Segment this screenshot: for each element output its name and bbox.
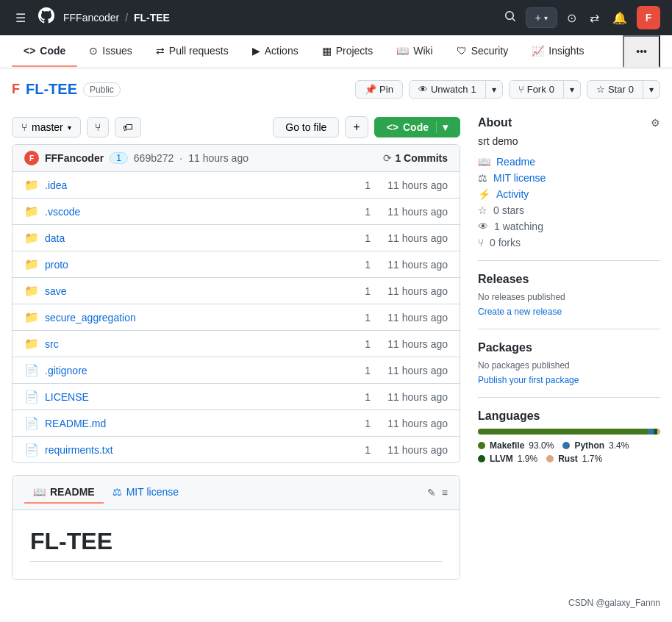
- star-icon: ☆: [478, 204, 487, 216]
- language-bar: [478, 429, 660, 435]
- publish-package-link[interactable]: Publish your first package: [478, 375, 579, 385]
- nav-item-wiki[interactable]: 📖 Wiki: [385, 36, 444, 67]
- file-icon: 📄: [24, 390, 36, 404]
- nav-item-insights[interactable]: 📈 Insights: [520, 36, 596, 67]
- about-section: About ⚙ srt demo 📖 Readme ⚖ MIT license …: [478, 116, 660, 249]
- commits-link[interactable]: 1 Commits: [395, 152, 448, 164]
- insights-icon: 📈: [532, 45, 544, 57]
- file-icon: 📄: [24, 443, 36, 457]
- readme-tabs: 📖 README ⚖ MIT license: [24, 482, 187, 504]
- releases-section: Releases No releases published Create a …: [478, 273, 660, 317]
- file-icon: 📄: [24, 416, 36, 430]
- file-icon: 📄: [24, 363, 36, 377]
- language-item[interactable]: Python 3.4%: [562, 440, 629, 451]
- file-name-link[interactable]: data: [45, 232, 348, 244]
- nav-item-issues[interactable]: ⊙ Issues: [77, 36, 143, 67]
- readme-body: FL-TEE: [12, 510, 460, 579]
- file-name-link[interactable]: secure_aggregation: [45, 312, 348, 323]
- committer-avatar: F: [24, 151, 39, 165]
- unwatch-button[interactable]: 👁 Unwatch 1: [410, 81, 485, 98]
- star-dropdown[interactable]: ▾: [643, 81, 660, 98]
- language-item[interactable]: LLVM 1.9%: [478, 454, 537, 464]
- menu-button[interactable]: ☰: [12, 7, 29, 29]
- file-name-link[interactable]: .idea: [45, 179, 348, 191]
- forks-count[interactable]: ⑂ 0 forks: [478, 237, 660, 249]
- lang-name: LLVM: [490, 454, 513, 464]
- file-commit-time: 11 hours ago: [387, 206, 448, 218]
- language-item[interactable]: Rust 1.7%: [546, 454, 602, 464]
- readme-actions: ✎ ≡: [427, 487, 448, 498]
- repo-action-buttons: 📌 Pin 👁 Unwatch 1 ▾ ⑂ Fork 0 ▾ ☆ Star 0: [355, 80, 660, 99]
- lang-pct: 1.7%: [582, 454, 602, 464]
- gear-icon[interactable]: ⚙: [651, 117, 660, 129]
- tags-button[interactable]: 🏷: [115, 117, 141, 137]
- committer-name[interactable]: FFFancoder: [45, 152, 104, 164]
- stars-count[interactable]: ☆ 0 stars: [478, 204, 660, 216]
- issues-icon-btn[interactable]: ⊙: [563, 7, 580, 29]
- fork-button[interactable]: ⑂ Fork 0: [510, 81, 563, 98]
- nav-item-projects[interactable]: ▦ Projects: [310, 36, 385, 67]
- nav-item-code[interactable]: <> Code: [12, 36, 77, 67]
- watching-count[interactable]: 👁 1 watching: [478, 221, 660, 232]
- user-avatar[interactable]: F: [637, 6, 660, 29]
- repo-name[interactable]: FL-TEE: [26, 81, 77, 98]
- file-commit-num: 1: [357, 338, 379, 350]
- readme-title: FL-TEE: [30, 528, 442, 562]
- file-name-link[interactable]: .vscode: [45, 206, 348, 218]
- table-row: 📁 secure_aggregation 1 11 hours ago: [12, 304, 460, 331]
- star-button[interactable]: ☆ Star 0: [587, 81, 643, 98]
- activity-link[interactable]: ⚡ Activity: [478, 188, 660, 200]
- pin-button[interactable]: 📌 Pin: [355, 80, 403, 99]
- lang-name: Makefile: [490, 440, 524, 451]
- book-icon: 📖: [478, 156, 490, 168]
- branch-icon: ⑂: [21, 121, 27, 133]
- repo-logo: F: [12, 82, 20, 97]
- unwatch-dropdown[interactable]: ▾: [485, 81, 502, 98]
- code-button[interactable]: <> Code ▾: [374, 117, 460, 137]
- table-row: 📄 requirments.txt 1 11 hours ago: [12, 437, 460, 462]
- branch-selector[interactable]: ⑂ master ▾: [12, 117, 81, 137]
- search-button[interactable]: [501, 7, 520, 29]
- license-tab[interactable]: ⚖ MIT license: [104, 482, 187, 504]
- folder-icon: 📁: [24, 231, 36, 245]
- nav-item-pull-requests[interactable]: ⇄ Pull requests: [144, 36, 240, 67]
- goto-file-button[interactable]: Go to file: [273, 117, 339, 137]
- file-commit-time: 11 hours ago: [387, 338, 448, 350]
- tag-icon: 🏷: [123, 121, 133, 133]
- branches-button[interactable]: ⑂: [87, 117, 109, 137]
- nav-item-security[interactable]: 🛡 Security: [445, 36, 521, 67]
- fork-icon: ⑂: [478, 237, 484, 249]
- readme-header: 📖 README ⚖ MIT license ✎ ≡: [12, 476, 460, 510]
- fork-split-button: ⑂ Fork 0 ▾: [509, 80, 581, 99]
- file-name-link[interactable]: proto: [45, 259, 348, 271]
- fork-dropdown[interactable]: ▾: [563, 81, 580, 98]
- edit-readme-button[interactable]: ✎: [427, 487, 436, 498]
- file-name-link[interactable]: LICENSE: [45, 391, 348, 403]
- nav-item-actions[interactable]: ▶ Actions: [240, 36, 310, 67]
- lang-pct: 1.9%: [518, 454, 537, 464]
- toc-button[interactable]: ≡: [442, 487, 448, 498]
- file-name-link[interactable]: .gitignore: [45, 365, 348, 376]
- table-row: 📄 README.md 1 11 hours ago: [12, 410, 460, 437]
- repo-name-link[interactable]: FL-TEE: [134, 12, 170, 24]
- star-split-button: ☆ Star 0 ▾: [587, 80, 660, 99]
- file-commit-num: 1: [357, 365, 379, 376]
- readme-link[interactable]: 📖 Readme: [478, 156, 660, 168]
- create-release-link[interactable]: Create a new release: [478, 307, 562, 317]
- license-link[interactable]: ⚖ MIT license: [478, 172, 660, 184]
- notifications-icon-btn[interactable]: 🔔: [609, 7, 631, 29]
- file-name-link[interactable]: requirments.txt: [45, 444, 348, 456]
- readme-tab[interactable]: 📖 README: [24, 482, 104, 504]
- pull-requests-icon-btn[interactable]: ⇄: [586, 7, 603, 29]
- table-row: 📁 proto 1 11 hours ago: [12, 251, 460, 278]
- file-name-link[interactable]: src: [45, 338, 348, 350]
- repo-owner-link[interactable]: FFFancoder: [63, 12, 119, 24]
- more-menu-button[interactable]: •••: [623, 35, 660, 68]
- file-name-link[interactable]: save: [45, 285, 348, 297]
- file-name-link[interactable]: README.md: [45, 418, 348, 429]
- lang-dot: [478, 442, 485, 449]
- language-item[interactable]: Makefile 93.0%: [478, 440, 554, 451]
- add-file-button[interactable]: +: [345, 116, 368, 138]
- create-button[interactable]: + ▾: [526, 7, 557, 28]
- actions-icon: ▶: [252, 45, 260, 57]
